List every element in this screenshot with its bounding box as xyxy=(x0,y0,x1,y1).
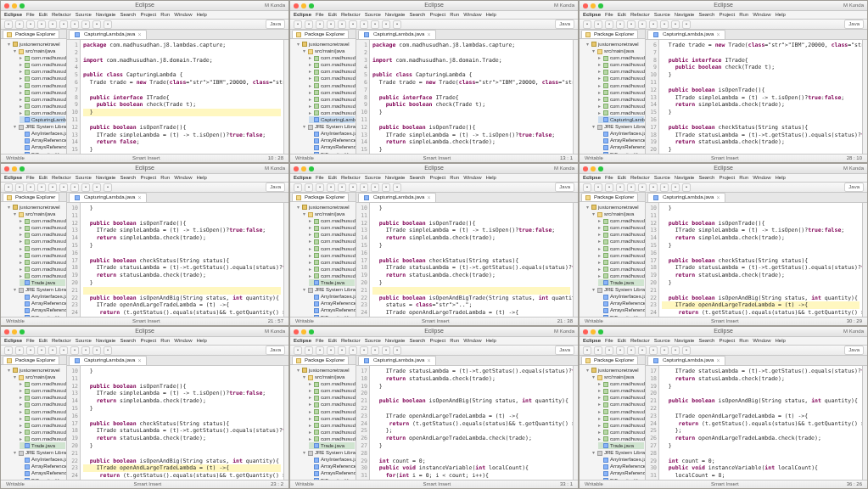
menu-edit[interactable]: Edit xyxy=(39,12,48,19)
close-icon[interactable]: × xyxy=(716,194,720,202)
ext-tools-icon[interactable]: • xyxy=(649,20,658,29)
zoom-icon[interactable] xyxy=(20,329,25,334)
close-icon[interactable] xyxy=(294,166,299,171)
outline-icon[interactable]: • xyxy=(671,346,680,355)
debug-icon[interactable]: • xyxy=(48,183,57,192)
menu-edit[interactable]: Edit xyxy=(39,338,48,345)
sync-icon[interactable]: • xyxy=(393,346,401,355)
new-icon[interactable]: • xyxy=(4,346,13,355)
code-editor[interactable]: 1011121314151617181920212223242526272829… xyxy=(356,203,578,317)
app-menu[interactable]: Eclipse xyxy=(583,338,601,345)
menu-help[interactable]: Help xyxy=(775,175,785,182)
menu-source[interactable]: Source xyxy=(76,175,92,182)
print-icon[interactable]: • xyxy=(37,183,46,192)
menu-search[interactable]: Search xyxy=(698,175,714,182)
menu-window[interactable]: Window xyxy=(174,175,192,182)
sync-icon[interactable]: • xyxy=(393,183,401,192)
menu-search[interactable]: Search xyxy=(120,12,136,19)
app-menu[interactable]: Eclipse xyxy=(583,175,601,182)
menu-edit[interactable]: Edit xyxy=(618,338,626,345)
print-icon[interactable]: • xyxy=(327,20,335,29)
minimize-icon[interactable] xyxy=(301,166,306,171)
close-icon[interactable] xyxy=(4,329,9,334)
minimize-icon[interactable] xyxy=(301,329,306,334)
menu-project[interactable]: Project xyxy=(719,338,735,345)
close-icon[interactable] xyxy=(294,329,299,334)
minimize-icon[interactable] xyxy=(12,329,17,334)
run-icon[interactable]: • xyxy=(638,183,647,192)
menu-search[interactable]: Search xyxy=(409,175,425,182)
menu-navigate[interactable]: Navigate xyxy=(96,175,116,182)
code-editor[interactable]: 1234567891011121314151617181920212223242… xyxy=(356,40,578,154)
menu-window[interactable]: Window xyxy=(463,338,481,345)
outline-icon[interactable]: • xyxy=(92,346,101,355)
menu-source[interactable]: Source xyxy=(365,175,381,182)
ext-tools-icon[interactable]: • xyxy=(360,183,368,192)
sync-icon[interactable]: • xyxy=(104,183,112,192)
zoom-icon[interactable] xyxy=(309,166,314,171)
print-icon[interactable]: • xyxy=(616,346,624,355)
minimize-icon[interactable] xyxy=(12,3,17,8)
code-content[interactable]: } public boolean isOpenTrade(){ ITrade s… xyxy=(370,203,573,317)
outline-icon[interactable]: • xyxy=(671,20,680,29)
outline-icon[interactable]: • xyxy=(92,20,101,29)
print-icon[interactable]: • xyxy=(327,183,335,192)
code-content[interactable]: } public boolean isOpenTrade(){ ITrade s… xyxy=(659,203,862,317)
code-content[interactable]: ITrade statusLambda = (t)->t.getStatus()… xyxy=(659,366,862,480)
menu-help[interactable]: Help xyxy=(485,175,496,182)
app-menu[interactable]: Eclipse xyxy=(583,12,601,19)
save-icon[interactable]: • xyxy=(305,183,313,192)
ext-tools-icon[interactable]: • xyxy=(70,183,79,192)
menu-project[interactable]: Project xyxy=(140,175,156,182)
menu-run[interactable]: Run xyxy=(160,338,170,345)
perspective-switch[interactable]: Java xyxy=(844,183,864,193)
menu-run[interactable]: Run xyxy=(739,12,748,19)
menu-source[interactable]: Source xyxy=(76,12,92,19)
close-icon[interactable]: × xyxy=(137,31,141,39)
close-icon[interactable]: × xyxy=(716,31,720,39)
close-icon[interactable]: × xyxy=(427,357,430,365)
menu-window[interactable]: Window xyxy=(463,175,481,182)
new-icon[interactable]: • xyxy=(583,346,591,355)
new-icon[interactable]: • xyxy=(583,20,591,29)
menu-window[interactable]: Window xyxy=(753,175,770,182)
ext-tools-icon[interactable]: • xyxy=(649,183,658,192)
code-content[interactable]: } public boolean isOpenTrade(){ ITrade s… xyxy=(81,203,283,317)
package-explorer-tab[interactable]: Package Explorer xyxy=(292,356,349,364)
save-icon[interactable]: • xyxy=(594,183,602,192)
run-icon[interactable]: • xyxy=(349,20,357,29)
save-all-icon[interactable]: • xyxy=(605,346,613,355)
menu-edit[interactable]: Edit xyxy=(328,338,337,345)
save-all-icon[interactable]: • xyxy=(316,183,324,192)
save-all-icon[interactable]: • xyxy=(316,346,324,355)
debug-icon[interactable]: • xyxy=(48,20,57,29)
package-explorer-tab[interactable]: Package Explorer xyxy=(3,356,59,364)
menu-file[interactable]: File xyxy=(316,12,324,19)
debug-icon[interactable]: • xyxy=(627,20,636,29)
menu-navigate[interactable]: Navigate xyxy=(675,175,695,182)
debug-icon[interactable]: • xyxy=(338,183,346,192)
new-icon[interactable]: • xyxy=(4,183,13,192)
perspective-switch[interactable]: Java xyxy=(844,346,864,356)
perspective-switch[interactable]: Java xyxy=(266,346,285,356)
menu-window[interactable]: Window xyxy=(174,12,192,19)
package-explorer-tab[interactable]: Package Explorer xyxy=(581,30,638,38)
menu-run[interactable]: Run xyxy=(739,175,748,182)
run-icon[interactable]: • xyxy=(59,183,68,192)
menu-edit[interactable]: Edit xyxy=(328,175,337,182)
close-icon[interactable] xyxy=(294,3,299,8)
minimize-icon[interactable] xyxy=(301,3,306,8)
outline-icon[interactable]: • xyxy=(671,183,680,192)
run-icon[interactable]: • xyxy=(638,20,647,29)
menu-run[interactable]: Run xyxy=(160,175,170,182)
menu-source[interactable]: Source xyxy=(365,12,381,19)
menu-project[interactable]: Project xyxy=(140,338,156,345)
new-icon[interactable]: • xyxy=(583,183,591,192)
new-icon[interactable]: • xyxy=(4,20,13,29)
code-editor[interactable]: 1011121314151617181920212223242526272829… xyxy=(646,203,867,317)
editor-tab[interactable]: CapturingLambda.java × xyxy=(69,356,147,365)
project-tree[interactable]: ▾justonemoretravel ▾src/main/java ▸com.m… xyxy=(290,365,356,480)
ext-tools-icon[interactable]: • xyxy=(70,346,79,355)
debug-icon[interactable]: • xyxy=(338,20,346,29)
menu-help[interactable]: Help xyxy=(196,12,206,19)
